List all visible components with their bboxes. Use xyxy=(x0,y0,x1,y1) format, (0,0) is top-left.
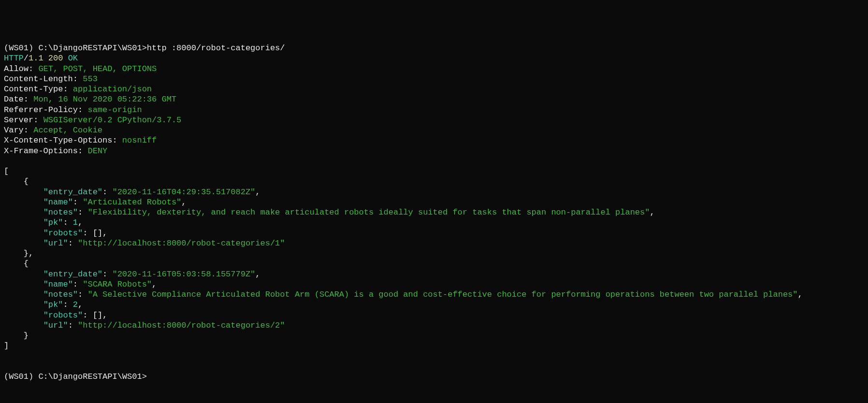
prompt-line: (WS01) C:\DjangoRESTAPI\WS01> xyxy=(4,43,147,53)
json-value: "A Selective Compliance Articulated Robo… xyxy=(87,290,797,299)
json-value: 1 xyxy=(73,218,78,227)
header-value: nosniff xyxy=(122,136,157,145)
header-value: GET, POST, HEAD, OPTIONS xyxy=(38,64,157,73)
json-brace: { xyxy=(24,259,29,268)
header-name: Vary xyxy=(4,126,24,135)
header-value: WSGIServer/0.2 CPython/3.7.5 xyxy=(43,115,182,125)
json-key: "url" xyxy=(43,239,68,248)
json-key: "notes" xyxy=(43,290,78,299)
header-name: Content-Length xyxy=(4,74,73,84)
json-value: "Flexibility, dexterity, and reach make … xyxy=(87,208,650,217)
http-version: 1.1 xyxy=(29,54,43,63)
header-value: Mon, 16 Nov 2020 05:22:36 GMT xyxy=(33,95,176,104)
json-value: "http://localhost:8000/robot-categories/… xyxy=(78,321,285,330)
header-value: DENY xyxy=(87,146,107,156)
json-key: "name" xyxy=(43,280,73,289)
command-text: http :8000/robot-categories/ xyxy=(147,43,285,53)
header-name: X-Content-Type-Options xyxy=(4,136,112,145)
json-value: [] xyxy=(93,229,102,238)
json-brace: } xyxy=(24,331,29,340)
header-name: Server xyxy=(4,115,33,125)
header-name: Allow xyxy=(4,64,29,73)
json-brace: { xyxy=(24,177,29,186)
http-status-code: 200 xyxy=(48,54,63,63)
json-key: "url" xyxy=(43,321,68,330)
json-key: "robots" xyxy=(43,229,83,238)
json-value: 2 xyxy=(73,300,78,309)
json-bracket: ] xyxy=(4,341,9,350)
json-key: "pk" xyxy=(43,218,63,227)
json-value: "Articulated Robots" xyxy=(83,198,181,207)
http-status-text: OK xyxy=(68,54,78,63)
header-name: Date xyxy=(4,95,24,104)
terminal-output[interactable]: (WS01) C:\DjangoRESTAPI\WS01>http :8000/… xyxy=(4,43,864,382)
header-name: Referrer-Policy xyxy=(4,105,78,115)
header-value: application/json xyxy=(73,85,152,94)
header-value: Accept, Cookie xyxy=(33,126,102,135)
json-value: "2020-11-16T05:03:58.155779Z" xyxy=(112,270,255,279)
prompt-line: (WS01) C:\DjangoRESTAPI\WS01> xyxy=(4,372,147,381)
json-key: "notes" xyxy=(43,208,78,217)
json-key: "name" xyxy=(43,198,73,207)
json-key: "entry_date" xyxy=(43,187,102,197)
json-bracket: [ xyxy=(4,167,9,176)
json-value: "2020-11-16T04:29:35.517082Z" xyxy=(112,187,255,197)
json-value: "SCARA Robots" xyxy=(83,280,152,289)
json-value: "http://localhost:8000/robot-categories/… xyxy=(78,239,285,248)
json-key: "entry_date" xyxy=(43,270,102,279)
json-brace: } xyxy=(24,249,29,258)
header-name: X-Frame-Options xyxy=(4,146,78,156)
header-name: Content-Type xyxy=(4,85,63,94)
http-protocol: HTTP xyxy=(4,54,24,63)
json-key: "robots" xyxy=(43,311,83,320)
json-value: [] xyxy=(93,311,102,320)
header-value: 553 xyxy=(83,74,98,84)
header-value: same-origin xyxy=(87,105,142,115)
json-key: "pk" xyxy=(43,300,63,309)
http-slash: / xyxy=(24,54,29,63)
